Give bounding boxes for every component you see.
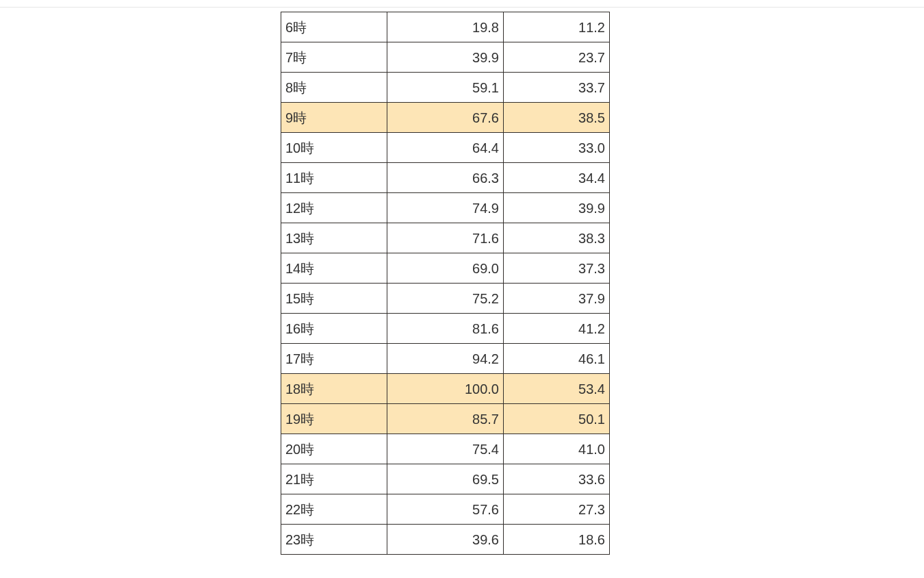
hour-cell: 23時 — [281, 525, 387, 555]
value1-cell: 74.9 — [387, 193, 504, 223]
value1-cell: 69.5 — [387, 464, 504, 494]
value1-cell: 19.8 — [387, 12, 504, 42]
value1-cell: 85.7 — [387, 404, 504, 434]
hour-cell: 9時 — [281, 103, 387, 133]
value1-cell: 81.6 — [387, 314, 504, 344]
value1-cell: 100.0 — [387, 374, 504, 404]
table-row: 7時39.923.7 — [281, 42, 610, 73]
value2-cell: 41.0 — [504, 434, 610, 464]
table-row: 23時39.618.6 — [281, 525, 610, 555]
value2-cell: 27.3 — [504, 494, 610, 525]
hour-cell: 10時 — [281, 133, 387, 163]
table-row: 22時57.627.3 — [281, 494, 610, 525]
value1-cell: 57.6 — [387, 494, 504, 525]
value2-cell: 39.9 — [504, 193, 610, 223]
value1-cell: 94.2 — [387, 344, 504, 374]
value1-cell: 69.0 — [387, 253, 504, 284]
value2-cell: 11.2 — [504, 12, 610, 42]
value1-cell: 59.1 — [387, 73, 504, 103]
value2-cell: 18.6 — [504, 525, 610, 555]
value1-cell: 71.6 — [387, 223, 504, 253]
hour-cell: 18時 — [281, 374, 387, 404]
hour-cell: 6時 — [281, 12, 387, 42]
value2-cell: 50.1 — [504, 404, 610, 434]
table-row: 20時75.441.0 — [281, 434, 610, 464]
value2-cell: 23.7 — [504, 42, 610, 73]
table-row: 18時100.053.4 — [281, 374, 610, 404]
value1-cell: 75.2 — [387, 284, 504, 314]
value2-cell: 37.9 — [504, 284, 610, 314]
value1-cell: 39.9 — [387, 42, 504, 73]
hour-cell: 17時 — [281, 344, 387, 374]
table-row: 13時71.638.3 — [281, 223, 610, 253]
value1-cell: 75.4 — [387, 434, 504, 464]
hour-cell: 12時 — [281, 193, 387, 223]
table-row: 10時64.433.0 — [281, 133, 610, 163]
table-row: 21時69.533.6 — [281, 464, 610, 494]
table-row: 9時67.638.5 — [281, 103, 610, 133]
value2-cell: 38.5 — [504, 103, 610, 133]
hour-cell: 8時 — [281, 73, 387, 103]
hour-cell: 16時 — [281, 314, 387, 344]
value2-cell: 53.4 — [504, 374, 610, 404]
value2-cell: 33.0 — [504, 133, 610, 163]
value1-cell: 39.6 — [387, 525, 504, 555]
table-row: 12時74.939.9 — [281, 193, 610, 223]
hour-cell: 14時 — [281, 253, 387, 284]
page-divider — [0, 7, 924, 8]
hour-cell: 11時 — [281, 163, 387, 193]
table-row: 8時59.133.7 — [281, 73, 610, 103]
hourly-table-container: 6時19.811.27時39.923.78時59.133.79時67.638.5… — [0, 12, 924, 555]
table-row: 17時94.246.1 — [281, 344, 610, 374]
table-row: 6時19.811.2 — [281, 12, 610, 42]
hour-cell: 22時 — [281, 494, 387, 525]
value2-cell: 33.6 — [504, 464, 610, 494]
hour-cell: 7時 — [281, 42, 387, 73]
hour-cell: 21時 — [281, 464, 387, 494]
hour-cell: 13時 — [281, 223, 387, 253]
hour-cell: 19時 — [281, 404, 387, 434]
value2-cell: 38.3 — [504, 223, 610, 253]
table-row: 16時81.641.2 — [281, 314, 610, 344]
value1-cell: 64.4 — [387, 133, 504, 163]
value1-cell: 66.3 — [387, 163, 504, 193]
value2-cell: 34.4 — [504, 163, 610, 193]
value2-cell: 33.7 — [504, 73, 610, 103]
table-row: 15時75.237.9 — [281, 284, 610, 314]
table-row: 14時69.037.3 — [281, 253, 610, 284]
hour-cell: 15時 — [281, 284, 387, 314]
value2-cell: 41.2 — [504, 314, 610, 344]
hour-cell: 20時 — [281, 434, 387, 464]
value1-cell: 67.6 — [387, 103, 504, 133]
hourly-data-table: 6時19.811.27時39.923.78時59.133.79時67.638.5… — [281, 12, 610, 555]
value2-cell: 37.3 — [504, 253, 610, 284]
value2-cell: 46.1 — [504, 344, 610, 374]
table-row: 19時85.750.1 — [281, 404, 610, 434]
table-row: 11時66.334.4 — [281, 163, 610, 193]
